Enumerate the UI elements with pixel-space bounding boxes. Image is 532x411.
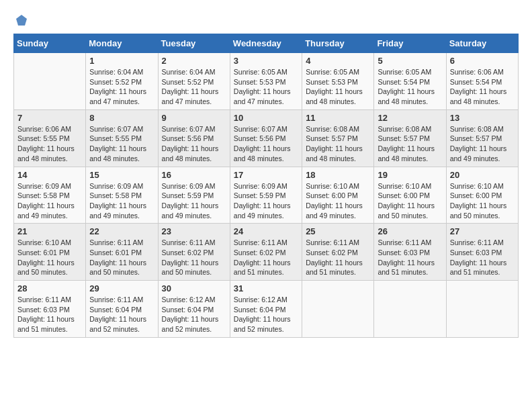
day-number: 23 — [162, 226, 226, 236]
day-number: 22 — [89, 226, 154, 236]
day-number: 21 — [17, 226, 82, 236]
day-number: 14 — [17, 170, 82, 180]
day-info: Sunrise: 6:07 AM Sunset: 5:56 PM Dayligh… — [162, 124, 226, 164]
calendar-cell: 13Sunrise: 6:08 AM Sunset: 5:57 PM Dayli… — [446, 109, 518, 167]
calendar-week-row: 28Sunrise: 6:11 AM Sunset: 6:03 PM Dayli… — [14, 281, 519, 338]
day-number: 9 — [162, 113, 226, 123]
page-header — [13, 13, 519, 27]
calendar-cell — [14, 53, 86, 110]
day-number: 17 — [234, 170, 298, 180]
day-number: 15 — [89, 170, 154, 180]
day-number: 20 — [450, 170, 515, 180]
weekday-header-saturday: Saturday — [446, 34, 518, 53]
day-number: 29 — [89, 283, 154, 293]
calendar-cell: 25Sunrise: 6:11 AM Sunset: 6:02 PM Dayli… — [302, 224, 374, 281]
day-number: 16 — [162, 170, 226, 180]
day-info: Sunrise: 6:12 AM Sunset: 6:04 PM Dayligh… — [234, 295, 298, 334]
calendar-cell: 30Sunrise: 6:12 AM Sunset: 6:04 PM Dayli… — [158, 281, 230, 338]
calendar-week-row: 7Sunrise: 6:06 AM Sunset: 5:55 PM Daylig… — [14, 109, 519, 167]
day-info: Sunrise: 6:09 AM Sunset: 5:59 PM Dayligh… — [234, 181, 298, 221]
weekday-header-tuesday: Tuesday — [158, 34, 230, 53]
day-info: Sunrise: 6:08 AM Sunset: 5:57 PM Dayligh… — [306, 124, 370, 164]
calendar-week-row: 1Sunrise: 6:04 AM Sunset: 5:52 PM Daylig… — [14, 53, 519, 110]
calendar-cell: 21Sunrise: 6:10 AM Sunset: 6:01 PM Dayli… — [14, 224, 86, 281]
day-number: 24 — [234, 226, 298, 236]
day-number: 1 — [89, 56, 154, 66]
day-info: Sunrise: 6:09 AM Sunset: 5:58 PM Dayligh… — [17, 181, 82, 221]
day-number: 11 — [306, 113, 370, 123]
day-info: Sunrise: 6:11 AM Sunset: 6:01 PM Dayligh… — [89, 238, 154, 277]
day-info: Sunrise: 6:05 AM Sunset: 5:53 PM Dayligh… — [306, 67, 370, 107]
calendar-cell — [446, 281, 518, 338]
calendar-cell: 7Sunrise: 6:06 AM Sunset: 5:55 PM Daylig… — [14, 109, 86, 167]
day-info: Sunrise: 6:11 AM Sunset: 6:02 PM Dayligh… — [234, 238, 298, 277]
calendar-cell: 1Sunrise: 6:04 AM Sunset: 5:52 PM Daylig… — [86, 53, 158, 110]
calendar-cell: 6Sunrise: 6:06 AM Sunset: 5:54 PM Daylig… — [446, 53, 518, 110]
calendar-cell: 26Sunrise: 6:11 AM Sunset: 6:03 PM Dayli… — [374, 224, 446, 281]
day-info: Sunrise: 6:08 AM Sunset: 5:57 PM Dayligh… — [378, 124, 442, 164]
day-number: 3 — [234, 56, 298, 66]
day-info: Sunrise: 6:04 AM Sunset: 5:52 PM Dayligh… — [162, 67, 226, 107]
calendar-cell: 11Sunrise: 6:08 AM Sunset: 5:57 PM Dayli… — [302, 109, 374, 167]
day-info: Sunrise: 6:04 AM Sunset: 5:52 PM Dayligh… — [89, 67, 154, 107]
day-number: 13 — [450, 113, 515, 123]
calendar-cell: 22Sunrise: 6:11 AM Sunset: 6:01 PM Dayli… — [86, 224, 158, 281]
weekday-header-sunday: Sunday — [14, 34, 86, 53]
calendar-cell: 4Sunrise: 6:05 AM Sunset: 5:53 PM Daylig… — [302, 53, 374, 110]
day-info: Sunrise: 6:06 AM Sunset: 5:54 PM Dayligh… — [450, 67, 515, 107]
calendar-cell — [374, 281, 446, 338]
weekday-header-friday: Friday — [374, 34, 446, 53]
day-number: 7 — [17, 113, 82, 123]
day-info: Sunrise: 6:07 AM Sunset: 5:56 PM Dayligh… — [234, 124, 298, 164]
calendar-cell: 28Sunrise: 6:11 AM Sunset: 6:03 PM Dayli… — [14, 281, 86, 338]
calendar-table: SundayMondayTuesdayWednesdayThursdayFrid… — [13, 34, 519, 338]
calendar-cell: 16Sunrise: 6:09 AM Sunset: 5:59 PM Dayli… — [158, 167, 230, 224]
calendar-cell: 5Sunrise: 6:05 AM Sunset: 5:54 PM Daylig… — [374, 53, 446, 110]
calendar-cell: 18Sunrise: 6:10 AM Sunset: 6:00 PM Dayli… — [302, 167, 374, 224]
calendar-cell: 3Sunrise: 6:05 AM Sunset: 5:53 PM Daylig… — [230, 53, 302, 110]
day-info: Sunrise: 6:11 AM Sunset: 6:03 PM Dayligh… — [17, 295, 82, 334]
day-info: Sunrise: 6:11 AM Sunset: 6:02 PM Dayligh… — [306, 238, 370, 277]
day-number: 31 — [234, 283, 298, 293]
calendar-cell: 24Sunrise: 6:11 AM Sunset: 6:02 PM Dayli… — [230, 224, 302, 281]
day-number: 26 — [378, 226, 442, 236]
calendar-cell: 23Sunrise: 6:11 AM Sunset: 6:02 PM Dayli… — [158, 224, 230, 281]
day-info: Sunrise: 6:11 AM Sunset: 6:03 PM Dayligh… — [450, 238, 515, 277]
day-info: Sunrise: 6:09 AM Sunset: 5:59 PM Dayligh… — [162, 181, 226, 221]
day-info: Sunrise: 6:10 AM Sunset: 6:00 PM Dayligh… — [378, 181, 442, 221]
day-number: 18 — [306, 170, 370, 180]
day-number: 12 — [378, 113, 442, 123]
day-info: Sunrise: 6:10 AM Sunset: 6:01 PM Dayligh… — [17, 238, 82, 277]
calendar-cell: 9Sunrise: 6:07 AM Sunset: 5:56 PM Daylig… — [158, 109, 230, 167]
day-info: Sunrise: 6:11 AM Sunset: 6:04 PM Dayligh… — [89, 295, 154, 334]
calendar-cell: 20Sunrise: 6:10 AM Sunset: 6:00 PM Dayli… — [446, 167, 518, 224]
day-info: Sunrise: 6:10 AM Sunset: 6:00 PM Dayligh… — [450, 181, 515, 221]
calendar-cell: 8Sunrise: 6:07 AM Sunset: 5:55 PM Daylig… — [86, 109, 158, 167]
calendar-cell: 29Sunrise: 6:11 AM Sunset: 6:04 PM Dayli… — [86, 281, 158, 338]
calendar-cell: 14Sunrise: 6:09 AM Sunset: 5:58 PM Dayli… — [14, 167, 86, 224]
day-number: 8 — [89, 113, 154, 123]
calendar-cell: 17Sunrise: 6:09 AM Sunset: 5:59 PM Dayli… — [230, 167, 302, 224]
logo — [13, 13, 28, 27]
day-info: Sunrise: 6:05 AM Sunset: 5:54 PM Dayligh… — [378, 67, 442, 107]
calendar-cell: 31Sunrise: 6:12 AM Sunset: 6:04 PM Dayli… — [230, 281, 302, 338]
day-info: Sunrise: 6:05 AM Sunset: 5:53 PM Dayligh… — [234, 67, 298, 107]
calendar-cell: 15Sunrise: 6:09 AM Sunset: 5:58 PM Dayli… — [86, 167, 158, 224]
day-info: Sunrise: 6:07 AM Sunset: 5:55 PM Dayligh… — [89, 124, 154, 164]
calendar-cell: 2Sunrise: 6:04 AM Sunset: 5:52 PM Daylig… — [158, 53, 230, 110]
day-info: Sunrise: 6:11 AM Sunset: 6:03 PM Dayligh… — [378, 238, 442, 277]
weekday-header-monday: Monday — [86, 34, 158, 53]
day-info: Sunrise: 6:08 AM Sunset: 5:57 PM Dayligh… — [450, 124, 515, 164]
calendar-week-row: 21Sunrise: 6:10 AM Sunset: 6:01 PM Dayli… — [14, 224, 519, 281]
day-info: Sunrise: 6:10 AM Sunset: 6:00 PM Dayligh… — [306, 181, 370, 221]
day-number: 6 — [450, 56, 515, 66]
day-number: 10 — [234, 113, 298, 123]
weekday-header-wednesday: Wednesday — [230, 34, 302, 53]
day-number: 2 — [162, 56, 226, 66]
logo-icon — [15, 13, 28, 27]
calendar-cell: 19Sunrise: 6:10 AM Sunset: 6:00 PM Dayli… — [374, 167, 446, 224]
day-number: 27 — [450, 226, 515, 236]
day-number: 5 — [378, 56, 442, 66]
calendar-week-row: 14Sunrise: 6:09 AM Sunset: 5:58 PM Dayli… — [14, 167, 519, 224]
day-info: Sunrise: 6:09 AM Sunset: 5:58 PM Dayligh… — [89, 181, 154, 221]
